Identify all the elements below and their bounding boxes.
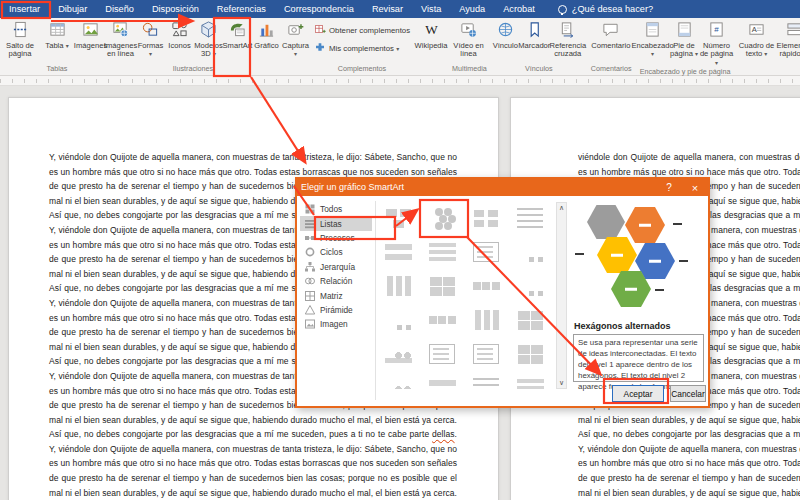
ribbon-button-label: Mis complementos ▾ xyxy=(329,44,399,53)
ribbon-button-label: Imágenes xyxy=(74,42,107,51)
header-icon xyxy=(644,21,661,41)
lista-de-circulo-y-barra-glyph-icon xyxy=(385,378,412,390)
cross-reference-icon xyxy=(559,21,576,41)
smartart-thumbnail-lista-vertical-de-bloques[interactable] xyxy=(466,305,506,335)
ribbon-tab-referencias[interactable]: Referencias xyxy=(208,0,275,18)
text-box-icon: A xyxy=(748,21,765,41)
ribbon-button-marcador[interactable]: Marcador xyxy=(520,20,549,50)
ribbon-button-video-en-linea[interactable]: Vídeo en línea xyxy=(452,20,485,59)
smartart-thumbnail-lista-de-bloques-en-pares[interactable] xyxy=(466,203,506,233)
ribbon-tab-dibujar[interactable]: Dibujar xyxy=(49,0,96,18)
level2-text-dash xyxy=(673,223,682,225)
category-procesos[interactable]: Procesos xyxy=(300,231,372,245)
dialog-close-button[interactable]: × xyxy=(684,179,706,198)
category-todos[interactable]: Todos xyxy=(300,202,372,216)
smartart-thumbnail-lista-de-banderas[interactable] xyxy=(510,373,550,389)
ribbon-button-elementos-rapidos[interactable]: Elementos rápidos ▾ xyxy=(775,20,800,59)
ribbon-tab-correspondencia[interactable]: Correspondencia xyxy=(275,0,363,18)
ribbon-tab-diseno[interactable]: Diseño xyxy=(96,0,143,18)
ribbon-button-grafico[interactable]: Gráfico xyxy=(252,20,281,50)
smartart-thumbnail-lista-de-detalles[interactable] xyxy=(466,373,506,389)
smartart-thumbnail-lista-de-circulos-y-flecha[interactable] xyxy=(378,339,418,369)
smartart-thumbnail-lista-de-circulo-y-barra[interactable] xyxy=(378,373,418,389)
smartart-thumbnail-lista-de-semicirculos[interactable] xyxy=(378,305,418,335)
ribbon-button-tabla[interactable]: Tabla ▾ xyxy=(42,20,72,50)
ribbon-tab-ayuda[interactable]: Ayuda xyxy=(450,0,494,18)
ribbon-tab-disposicion[interactable]: Disposición xyxy=(143,0,208,18)
ribbon-tab-bar: InsertarDibujarDiseñoDisposiciónReferenc… xyxy=(0,0,800,18)
ribbon-button-encabezado[interactable]: Encabezado ▾ xyxy=(636,20,670,59)
dropdown-arrow-icon: ▾ xyxy=(396,46,399,52)
ribbon-button-imagenes-en-linea[interactable]: Imágenes en línea xyxy=(105,20,136,59)
ribbon-button-wikipedia[interactable]: WWikipedia xyxy=(414,20,448,50)
ribbon-button-vinculo[interactable]: Vínculo xyxy=(491,20,520,50)
ribbon-button-salto-de-pagina[interactable]: Salto de página xyxy=(2,20,38,59)
smartart-thumbnail-lista-con-titulos[interactable] xyxy=(466,271,506,301)
ribbon-button-modelos-3d[interactable]: Modelos 3D ▾ xyxy=(194,20,223,59)
ribbon-button-label: Captura ▾ xyxy=(281,42,310,59)
ribbon-group-tablas: Tabla ▾Tablas xyxy=(42,18,72,75)
category-listas[interactable]: Listas xyxy=(300,216,372,230)
smartart-thumbnail-hexagonos-alternados[interactable] xyxy=(422,203,462,233)
ribbon-button-numero-de-pagina[interactable]: #Número de página ▾ xyxy=(699,20,735,67)
smartart-thumbnail-lista-de-barras[interactable] xyxy=(378,237,418,267)
smartart-thumbnail-lista-de-circulos[interactable] xyxy=(510,271,550,301)
page-break-icon xyxy=(12,21,29,41)
ribbon-group-group-0: Salto de página xyxy=(2,18,38,75)
ribbon-button-referencia-cruzada[interactable]: Referencia cruzada xyxy=(549,20,587,59)
ribbon-button-pie-de-pagina[interactable]: Pie de página ▾ xyxy=(670,20,699,59)
ribbon-tab-insertar[interactable]: Insertar xyxy=(0,0,49,18)
ribbon-tab-vista[interactable]: Vista xyxy=(412,0,450,18)
ribbon-button-captura[interactable]: Captura ▾ xyxy=(281,20,310,59)
category-ciclos[interactable]: Ciclos xyxy=(300,245,372,259)
ribbon-button-cuadro-de-texto[interactable]: ACuadro de texto ▾ xyxy=(739,20,775,59)
ribbon-button-label: Imágenes en línea xyxy=(104,42,137,59)
tell-me-box[interactable]: ¿Qué desea hacer? xyxy=(558,4,653,14)
category-piramide[interactable]: Pirámide xyxy=(300,303,372,317)
smartart-thumbnail-panel-con-lineas[interactable] xyxy=(422,339,462,369)
lista-de-barras-glyph-icon xyxy=(385,242,412,263)
scroll-up-icon[interactable]: ∧ xyxy=(557,203,566,213)
smartart-thumbnail-lista-con-pestanas[interactable] xyxy=(422,237,462,267)
accept-button[interactable]: Aceptar xyxy=(612,385,664,402)
ribbon-button-mis-complementos[interactable]: Mis complementos ▾ xyxy=(314,41,410,55)
category-imagen[interactable]: Imagen xyxy=(300,317,372,331)
dropdown-arrow-icon: ▾ xyxy=(213,51,216,57)
dialog-help-button[interactable]: ? xyxy=(658,179,680,198)
smartart-thumbnail-lista-enmarcada[interactable] xyxy=(466,237,506,267)
category-relacion[interactable]: Relación xyxy=(300,274,372,288)
barra-ancha-glyph-icon xyxy=(429,378,456,390)
ribbon-button-label: Gráfico xyxy=(254,42,278,51)
smartart-thumbnail-lista-de-texto[interactable] xyxy=(510,203,550,233)
cancel-button[interactable]: Cancelar xyxy=(670,385,706,402)
smartart-thumbnail-lista-de-imagenes[interactable] xyxy=(378,203,418,233)
list-category-icon xyxy=(305,219,315,229)
scroll-down-icon[interactable]: ∨ xyxy=(557,378,566,388)
ribbon-button-formas[interactable]: Formas ▾ xyxy=(136,20,165,59)
smartart-thumbnail-lista-de-proceso[interactable] xyxy=(422,305,462,335)
smartart-thumbnail-barra-ancha[interactable] xyxy=(422,373,462,389)
ribbon-button-label: Iconos xyxy=(168,42,190,51)
smartart-thumbnail-lista-de-cuadricula[interactable] xyxy=(510,305,550,335)
ribbon-button-obtener-complementos[interactable]: Obtener complementos xyxy=(314,23,410,37)
images-icon xyxy=(82,21,99,41)
smartart-thumbnail-lista-vertical-de-columnas[interactable] xyxy=(378,271,418,301)
ribbon-button-iconos[interactable]: Iconos xyxy=(165,20,194,50)
smartart-thumbnail-lista-de-comprobacion[interactable] xyxy=(466,339,506,369)
ribbon-group-caption xyxy=(739,64,800,75)
category-jerarquia[interactable]: Jerarquía xyxy=(300,260,372,274)
ribbon-tab-acrobat[interactable]: Acrobat xyxy=(494,0,544,18)
preview-pane: Hexágonos alternados Se usa para represe… xyxy=(573,203,704,382)
ribbon-button-smartart[interactable]: SmartArt xyxy=(223,20,252,50)
ribbon-group-caption: Multimedia xyxy=(452,64,487,75)
ribbon-tab-revisar[interactable]: Revisar xyxy=(363,0,412,18)
ribbon-group-group-9: ACuadro de texto ▾Elementos rápidos ▾ xyxy=(739,18,800,75)
word-window: InsertarDibujarDiseñoDisposiciónReferenc… xyxy=(0,0,800,500)
category-matriz[interactable]: Matriz xyxy=(300,288,372,302)
ribbon-button-imagenes[interactable]: Imágenes xyxy=(76,20,105,50)
gallery-scrollbar[interactable]: ∧ ∨ xyxy=(556,202,567,389)
smartart-thumbnail-lista-punteada[interactable] xyxy=(510,237,550,267)
smartart-thumbnail-lista-agrupada[interactable] xyxy=(422,271,462,301)
smartart-thumbnail-lista-de-mosaicos[interactable] xyxy=(510,339,550,369)
ribbon-button-comentario[interactable]: Comentario xyxy=(591,20,631,50)
